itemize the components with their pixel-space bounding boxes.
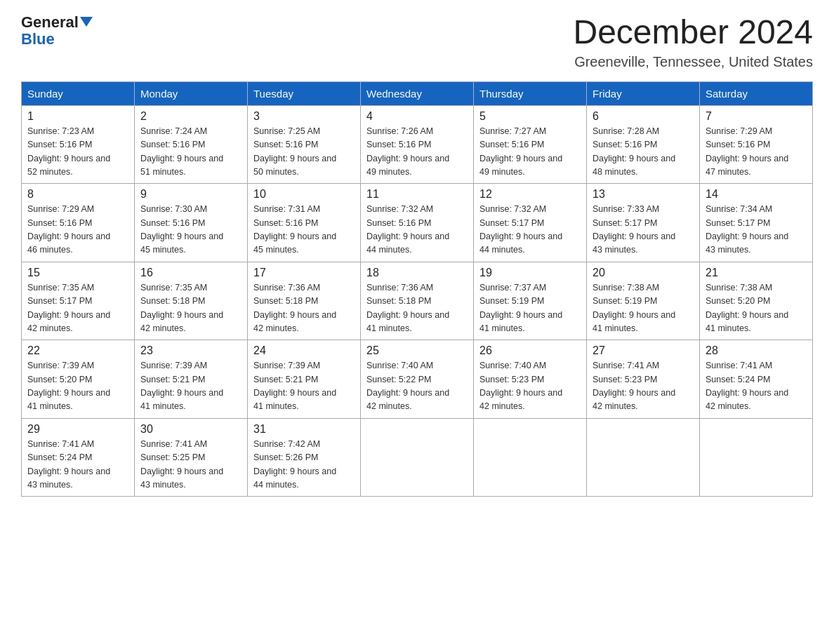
day-number: 14 [706,188,807,201]
day-info: Sunrise: 7:37 AM Sunset: 5:19 PM Dayligh… [479,281,581,336]
table-row: 27 Sunrise: 7:41 AM Sunset: 5:23 PM Dayl… [587,340,700,419]
day-info: Sunrise: 7:31 AM Sunset: 5:16 PM Dayligh… [253,203,355,257]
main-title: December 2024 [573,14,813,51]
day-info: Sunrise: 7:35 AM Sunset: 5:18 PM Dayligh… [140,281,241,336]
col-wednesday: Wednesday [361,81,474,105]
day-number: 1 [27,110,128,123]
day-number: 24 [253,344,355,357]
day-number: 9 [140,188,241,201]
subtitle: Greeneville, Tennessee, United States [573,54,813,70]
day-info: Sunrise: 7:26 AM Sunset: 5:16 PM Dayligh… [366,125,468,180]
day-number: 6 [593,110,694,123]
day-number: 2 [140,110,241,123]
table-row: 6 Sunrise: 7:28 AM Sunset: 5:16 PM Dayli… [587,105,700,184]
day-number: 26 [479,344,581,357]
day-info: Sunrise: 7:41 AM Sunset: 5:24 PM Dayligh… [706,359,807,414]
day-info: Sunrise: 7:23 AM Sunset: 5:16 PM Dayligh… [27,125,128,180]
table-row: 18 Sunrise: 7:36 AM Sunset: 5:18 PM Dayl… [361,262,474,340]
logo: General Blue [21,14,93,48]
day-number: 28 [706,344,807,357]
col-friday: Friday [587,81,700,105]
day-number: 23 [140,344,241,357]
day-info: Sunrise: 7:41 AM Sunset: 5:24 PM Dayligh… [27,438,128,492]
day-info: Sunrise: 7:38 AM Sunset: 5:20 PM Dayligh… [706,281,807,336]
calendar-week-row: 8 Sunrise: 7:29 AM Sunset: 5:16 PM Dayli… [22,184,813,262]
day-info: Sunrise: 7:27 AM Sunset: 5:16 PM Dayligh… [479,125,581,180]
calendar-week-row: 29 Sunrise: 7:41 AM Sunset: 5:24 PM Dayl… [22,418,813,497]
day-info: Sunrise: 7:41 AM Sunset: 5:23 PM Dayligh… [593,359,694,414]
day-info: Sunrise: 7:32 AM Sunset: 5:17 PM Dayligh… [479,203,581,257]
title-area: December 2024 Greeneville, Tennessee, Un… [573,14,813,70]
table-row: 28 Sunrise: 7:41 AM Sunset: 5:24 PM Dayl… [700,340,813,419]
day-info: Sunrise: 7:33 AM Sunset: 5:17 PM Dayligh… [593,203,694,257]
table-row: 9 Sunrise: 7:30 AM Sunset: 5:16 PM Dayli… [135,184,248,262]
day-number: 17 [253,267,355,279]
day-number: 29 [27,423,128,436]
col-monday: Monday [135,81,248,105]
col-tuesday: Tuesday [248,81,361,105]
day-number: 31 [253,423,355,436]
calendar-week-row: 15 Sunrise: 7:35 AM Sunset: 5:17 PM Dayl… [22,262,813,340]
day-number: 25 [366,344,468,357]
logo-text: General [21,14,93,31]
table-row: 21 Sunrise: 7:38 AM Sunset: 5:20 PM Dayl… [700,262,813,340]
table-row [700,418,813,497]
table-row: 8 Sunrise: 7:29 AM Sunset: 5:16 PM Dayli… [22,184,135,262]
table-row: 7 Sunrise: 7:29 AM Sunset: 5:16 PM Dayli… [700,105,813,184]
calendar-week-row: 22 Sunrise: 7:39 AM Sunset: 5:20 PM Dayl… [22,340,813,419]
table-row: 4 Sunrise: 7:26 AM Sunset: 5:16 PM Dayli… [361,105,474,184]
table-row: 17 Sunrise: 7:36 AM Sunset: 5:18 PM Dayl… [248,262,361,340]
page-header: General Blue December 2024 Greeneville, … [21,14,813,70]
calendar-table: Sunday Monday Tuesday Wednesday Thursday… [21,81,813,497]
day-number: 20 [593,267,694,279]
table-row: 26 Sunrise: 7:40 AM Sunset: 5:23 PM Dayl… [474,340,587,419]
day-number: 21 [706,267,807,279]
day-info: Sunrise: 7:41 AM Sunset: 5:25 PM Dayligh… [140,438,241,492]
table-row: 5 Sunrise: 7:27 AM Sunset: 5:16 PM Dayli… [474,105,587,184]
day-info: Sunrise: 7:29 AM Sunset: 5:16 PM Dayligh… [706,125,807,180]
day-number: 8 [27,188,128,201]
day-number: 16 [140,267,241,279]
table-row [474,418,587,497]
day-info: Sunrise: 7:30 AM Sunset: 5:16 PM Dayligh… [140,203,241,257]
table-row: 22 Sunrise: 7:39 AM Sunset: 5:20 PM Dayl… [22,340,135,419]
day-number: 15 [27,267,128,279]
day-number: 3 [253,110,355,123]
day-info: Sunrise: 7:24 AM Sunset: 5:16 PM Dayligh… [140,125,241,180]
table-row: 23 Sunrise: 7:39 AM Sunset: 5:21 PM Dayl… [135,340,248,419]
day-info: Sunrise: 7:34 AM Sunset: 5:17 PM Dayligh… [706,203,807,257]
day-info: Sunrise: 7:40 AM Sunset: 5:23 PM Dayligh… [479,359,581,414]
col-sunday: Sunday [22,81,135,105]
day-info: Sunrise: 7:42 AM Sunset: 5:26 PM Dayligh… [253,438,355,492]
day-number: 12 [479,188,581,201]
table-row: 15 Sunrise: 7:35 AM Sunset: 5:17 PM Dayl… [22,262,135,340]
day-info: Sunrise: 7:35 AM Sunset: 5:17 PM Dayligh… [27,281,128,336]
table-row: 1 Sunrise: 7:23 AM Sunset: 5:16 PM Dayli… [22,105,135,184]
table-row: 20 Sunrise: 7:38 AM Sunset: 5:19 PM Dayl… [587,262,700,340]
day-number: 11 [366,188,468,201]
table-row: 24 Sunrise: 7:39 AM Sunset: 5:21 PM Dayl… [248,340,361,419]
logo-triangle-icon [80,17,93,27]
day-info: Sunrise: 7:39 AM Sunset: 5:20 PM Dayligh… [27,359,128,414]
day-number: 10 [253,188,355,201]
table-row: 14 Sunrise: 7:34 AM Sunset: 5:17 PM Dayl… [700,184,813,262]
table-row: 12 Sunrise: 7:32 AM Sunset: 5:17 PM Dayl… [474,184,587,262]
day-number: 18 [366,267,468,279]
day-number: 4 [366,110,468,123]
day-info: Sunrise: 7:28 AM Sunset: 5:16 PM Dayligh… [593,125,694,180]
table-row [587,418,700,497]
day-info: Sunrise: 7:29 AM Sunset: 5:16 PM Dayligh… [27,203,128,257]
day-number: 7 [706,110,807,123]
day-number: 27 [593,344,694,357]
table-row: 3 Sunrise: 7:25 AM Sunset: 5:16 PM Dayli… [248,105,361,184]
day-info: Sunrise: 7:36 AM Sunset: 5:18 PM Dayligh… [253,281,355,336]
day-info: Sunrise: 7:39 AM Sunset: 5:21 PM Dayligh… [253,359,355,414]
day-number: 19 [479,267,581,279]
table-row: 30 Sunrise: 7:41 AM Sunset: 5:25 PM Dayl… [135,418,248,497]
table-row: 25 Sunrise: 7:40 AM Sunset: 5:22 PM Dayl… [361,340,474,419]
col-thursday: Thursday [474,81,587,105]
table-row: 2 Sunrise: 7:24 AM Sunset: 5:16 PM Dayli… [135,105,248,184]
day-info: Sunrise: 7:36 AM Sunset: 5:18 PM Dayligh… [366,281,468,336]
col-saturday: Saturday [700,81,813,105]
day-info: Sunrise: 7:38 AM Sunset: 5:19 PM Dayligh… [593,281,694,336]
